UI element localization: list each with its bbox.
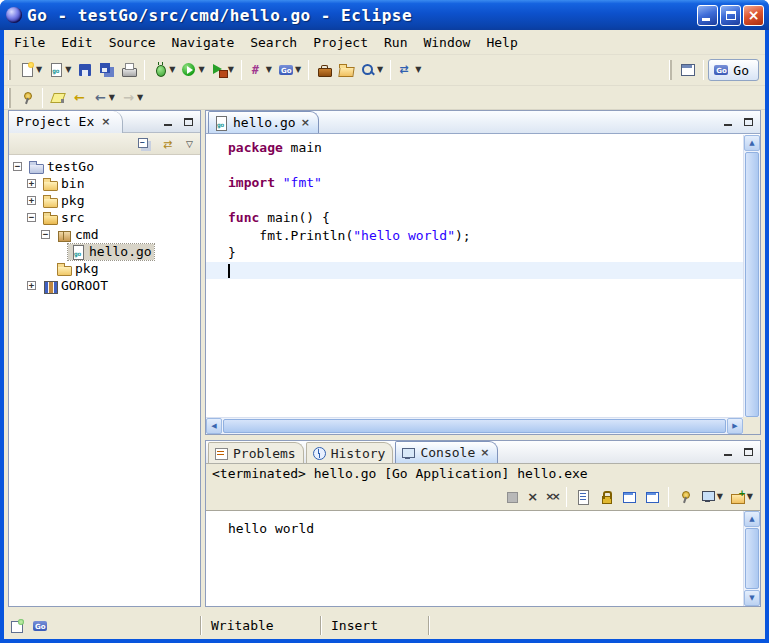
close-view-icon[interactable]: × [100,115,111,128]
scroll-down-button[interactable]: ▼ [744,590,760,606]
scrollbar-thumb[interactable] [223,419,726,433]
menu-project[interactable]: Project [305,32,376,53]
show-console-stdout-button[interactable] [618,488,640,506]
code-line[interactable]: func main() { [206,209,743,227]
remove-all-terminated-button[interactable]: ×× [542,488,560,506]
collapse-toggle-icon[interactable]: − [13,162,22,171]
fast-view-icon[interactable] [10,618,26,634]
scroll-up-button[interactable]: ▲ [744,135,760,151]
tree-item-bin[interactable]: +bin [9,175,200,192]
open-console-dropdown[interactable]: ▼ [727,488,756,506]
maximize-button[interactable] [720,5,741,26]
minimize-console-button[interactable] [719,444,737,460]
save-all-button[interactable] [96,58,118,82]
scrollbar-thumb[interactable] [745,528,759,589]
close-button[interactable]: × [743,5,764,26]
forward-button[interactable]: →▼ [118,88,146,108]
tab-project-explorer[interactable]: Project Ex × [9,111,123,133]
open-perspective-button[interactable] [677,58,699,82]
open-toolbox-button[interactable] [313,58,335,82]
remove-launch-button[interactable]: × [524,488,541,506]
back-button[interactable]: ←▼ [90,88,118,108]
debug-dropdown[interactable]: ▼ [149,58,178,82]
show-console-stderr-button[interactable] [641,488,663,506]
scroll-lock-button[interactable] [595,488,617,506]
collapse-toggle-icon[interactable]: − [27,213,36,222]
expand-toggle-icon[interactable]: + [27,196,36,205]
display-console-dropdown[interactable]: ▼ [697,488,726,506]
pin-console-button[interactable] [674,488,696,506]
tab-console[interactable]: Console× [395,441,498,463]
code-line[interactable]: import "fmt" [206,174,743,192]
new-wizard-dropdown[interactable]: ▼ [16,58,45,82]
code-line[interactable] [206,157,743,175]
tree-item-pkg[interactable]: pkg [9,260,200,277]
toolbar-grip[interactable] [8,88,11,108]
code-line[interactable]: package main [206,139,743,157]
pin-editor-button[interactable] [16,88,38,108]
menu-window[interactable]: Window [415,32,478,53]
close-tab-icon[interactable]: × [479,446,490,459]
search-dropdown[interactable]: ▼ [357,58,386,82]
console-vertical-scrollbar[interactable]: ▲ ▼ [743,511,760,606]
title-bar[interactable]: Go - testGo/src/cmd/hello.go - Eclipse × [0,0,769,30]
menu-edit[interactable]: Edit [53,32,100,53]
view-menu-button[interactable]: ▽ [183,135,196,153]
editor-vertical-scrollbar[interactable]: ▲ ▼ [743,135,760,434]
minimize-view-button[interactable] [159,114,177,130]
editor-area[interactable]: package mainimport "fmt"func main() { fm… [206,135,760,434]
console-output-area[interactable]: hello world ▲ ▼ [206,510,760,606]
mark-occurrences-button[interactable] [47,88,69,108]
new-go-package-dropdown[interactable]: ▼ [246,58,275,82]
scroll-up-button[interactable]: ▲ [744,511,760,527]
menu-run[interactable]: Run [376,32,415,53]
menu-source[interactable]: Source [101,32,164,53]
tree-item-testgo[interactable]: −testGo [9,158,200,175]
minimize-button[interactable] [697,5,718,26]
save-button[interactable] [74,58,96,82]
tab-hello-go[interactable]: hello.go × [208,111,319,133]
minimize-editor-button[interactable] [719,114,737,130]
tree-item-pkg[interactable]: +pkg [9,192,200,209]
new-go-element-dropdown[interactable]: ▼ [45,58,74,82]
tree-item-hello-go[interactable]: hello.go [9,243,200,260]
perspective-grip[interactable] [669,60,672,80]
expand-toggle-icon[interactable]: + [27,281,36,290]
print-button[interactable] [118,58,140,82]
go-trim-icon[interactable] [32,618,48,634]
tree-item-cmd[interactable]: −cmd [9,226,200,243]
collapse-all-button[interactable] [133,135,155,153]
maximize-editor-button[interactable] [739,114,757,130]
tree-item-goroot[interactable]: +GOROOT [9,277,200,294]
code-line[interactable]: } [206,244,743,262]
close-tab-icon[interactable]: × [300,116,311,129]
scroll-left-button[interactable]: ◀ [206,418,222,434]
last-edit-location-button[interactable]: ← [69,88,90,108]
code-text[interactable]: package mainimport "fmt"func main() { fm… [206,135,743,417]
go-perspective-button[interactable]: Go [708,59,759,81]
link-with-editor-button[interactable] [158,135,180,153]
collapse-toggle-icon[interactable]: − [41,230,50,239]
terminate-button[interactable] [501,488,523,506]
menu-help[interactable]: Help [478,32,525,53]
clear-console-button[interactable] [572,488,594,506]
maximize-view-button[interactable] [179,114,197,130]
editor-horizontal-scrollbar[interactable]: ◀ ▶ [206,417,743,434]
tab-history[interactable]: History [306,442,394,463]
code-line[interactable] [206,192,743,210]
tree-item-src[interactable]: −src [9,209,200,226]
menu-navigate[interactable]: Navigate [164,32,243,53]
expand-toggle-icon[interactable]: + [27,179,36,188]
synchronize-dropdown[interactable]: ▼ [395,58,424,82]
run-dropdown[interactable]: ▼ [178,58,207,82]
scrollbar-thumb[interactable] [745,152,759,417]
open-resource-button[interactable] [335,58,357,82]
toolbar-grip[interactable] [8,60,11,80]
code-line-current[interactable] [206,262,743,280]
go-build-dropdown[interactable]: ▼ [275,58,304,82]
menu-file[interactable]: File [6,32,53,53]
external-tools-dropdown[interactable]: ▼ [208,58,237,82]
code-line[interactable]: fmt.Println("hello world"); [206,227,743,245]
scroll-right-button[interactable]: ▶ [727,418,743,434]
maximize-console-button[interactable] [739,444,757,460]
